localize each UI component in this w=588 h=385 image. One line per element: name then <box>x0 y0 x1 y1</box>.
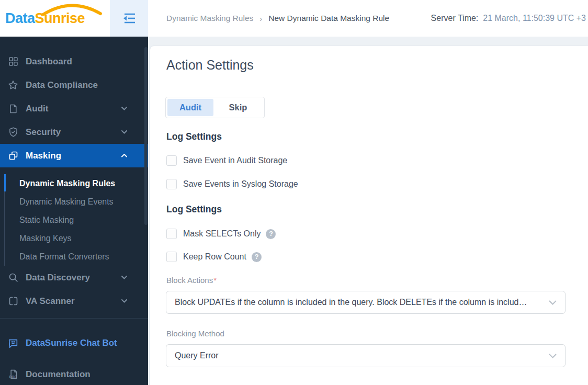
sidebar-item-label: DataSunrise Chat Bot <box>26 338 117 348</box>
subitem-label: Masking Keys <box>19 234 72 243</box>
sidebar-nav: Dashboard Data Compliance Audit Security <box>0 37 148 385</box>
collapse-sidebar-icon <box>121 12 138 25</box>
sidebar-item-label: Dashboard <box>26 56 72 67</box>
help-question-icon[interactable]: ? <box>266 229 276 239</box>
help-question-icon[interactable]: ? <box>252 252 262 262</box>
breadcrumb-parent-link[interactable]: Dynamic Masking Rules <box>166 14 253 23</box>
logo-text-sunrise: Sunrise <box>35 10 85 26</box>
document-icon <box>7 103 19 115</box>
sidebar-item-label: VA Scanner <box>26 296 75 307</box>
subitem-label: Dynamic Masking Rules <box>19 179 115 188</box>
sidebar-item-security[interactable]: Security <box>0 120 148 144</box>
toggle-option-skip[interactable]: Skip <box>213 99 263 116</box>
server-time-value: 21 March, 11:50:39 UTC +3 <box>483 14 586 23</box>
sidebar-divider <box>0 318 148 319</box>
sidebar-item-data-discovery[interactable]: Data Discovery <box>0 266 148 289</box>
checkbox-label: Mask SELECTs Only <box>183 229 261 239</box>
checkbox-label: Keep Row Count <box>183 252 246 262</box>
sidebar-item-label: Masking <box>26 151 61 161</box>
field-label-text: Blocking Method <box>166 329 224 338</box>
sidebar-scrollbar-thumb[interactable] <box>144 47 148 225</box>
checkbox-row-save-event-audit: Save Event in Audit Storage <box>166 155 287 166</box>
sidebar-collapse-button[interactable] <box>110 0 148 37</box>
server-time-label: Server Time: <box>431 14 479 23</box>
blocking-method-label: Blocking Method <box>166 329 224 338</box>
chevron-up-icon <box>121 154 127 157</box>
sidebar-item-audit[interactable]: Audit <box>0 97 148 120</box>
save-event-audit-checkbox[interactable] <box>166 155 177 166</box>
block-actions-selected-value: Block UPDATEs if the column is included … <box>175 298 527 307</box>
sidebar-item-label: Data Compliance <box>26 80 98 90</box>
sidebar-subitem-data-format-converters[interactable]: Data Format Converters <box>19 247 109 266</box>
sidebar-item-va-scanner[interactable]: VA Scanner <box>0 289 148 313</box>
masking-icon <box>7 150 19 162</box>
logo[interactable]: DataSunrise <box>0 0 110 37</box>
main-content-panel: Action Settings Audit Skip Log Settings … <box>150 46 588 385</box>
checkbox-row-keep-row-count: Keep Row Count ? <box>166 251 262 263</box>
checkbox-row-mask-selects-only: Mask SELECTs Only ? <box>166 228 276 240</box>
sidebar-item-masking[interactable]: Masking <box>0 144 148 167</box>
block-actions-dropdown[interactable]: Block UPDATEs if the column is included … <box>166 291 566 314</box>
action-toggle-group: Audit Skip <box>165 97 265 118</box>
chevron-down-icon <box>121 276 127 279</box>
blocking-method-dropdown[interactable]: Query Error <box>166 344 566 367</box>
field-label-text: Block Actions <box>166 276 213 285</box>
datasunrise-logo: DataSunrise <box>5 10 85 27</box>
blocking-method-selected-value: Query Error <box>175 351 219 360</box>
chevron-down-icon <box>549 300 557 305</box>
chevron-down-icon <box>121 107 127 110</box>
sidebar-item-label: Audit <box>26 104 48 114</box>
block-actions-label: Block Actions* <box>166 276 217 285</box>
sidebar-subitem-static-masking[interactable]: Static Masking <box>19 211 74 229</box>
server-time: Server Time: 21 March, 11:50:39 UTC +3 <box>431 0 586 37</box>
subitem-label: Dynamic Masking Events <box>19 197 114 207</box>
save-events-syslog-checkbox[interactable] <box>166 179 177 189</box>
svg-text:DOC: DOC <box>9 375 17 379</box>
log-settings-heading-1: Log Settings <box>166 131 222 142</box>
chat-bot-icon <box>7 337 19 349</box>
sidebar-item-data-compliance[interactable]: Data Compliance <box>0 73 148 97</box>
breadcrumb-separator-icon: › <box>259 14 262 23</box>
sidebar-item-label: Documentation <box>26 369 91 380</box>
sidebar-item-label: Security <box>26 127 61 138</box>
subitem-label: Data Format Converters <box>19 252 109 262</box>
breadcrumb-current-page: New Dynamic Data Masking Rule <box>268 14 389 23</box>
checkbox-label: Save Event in Audit Storage <box>183 156 287 165</box>
shield-check-icon <box>7 127 19 138</box>
sidebar-item-label: Data Discovery <box>26 273 90 283</box>
submenu-active-indicator <box>4 174 6 191</box>
keep-row-count-checkbox[interactable] <box>166 252 177 262</box>
mask-selects-only-checkbox[interactable] <box>166 229 177 239</box>
chevron-down-icon <box>121 299 127 303</box>
logo-text-data: Data <box>5 10 35 26</box>
breadcrumb: Dynamic Masking Rules › New Dynamic Data… <box>166 0 389 37</box>
page-title: Action Settings <box>166 58 254 73</box>
dashboard-grid-icon <box>7 56 19 67</box>
top-header-bar: Dynamic Masking Rules › New Dynamic Data… <box>148 0 588 37</box>
sidebar-item-chat-bot[interactable]: DataSunrise Chat Bot <box>0 331 148 355</box>
chevron-down-icon <box>121 130 127 134</box>
chevron-down-icon <box>549 354 557 359</box>
sidebar-item-documentation[interactable]: DOC Documentation <box>0 363 148 385</box>
sidebar-subitem-dynamic-masking-events[interactable]: Dynamic Masking Events <box>19 192 114 211</box>
star-icon <box>7 80 19 91</box>
toggle-option-audit[interactable]: Audit <box>167 99 213 116</box>
scanner-icon <box>7 296 19 307</box>
checkbox-label: Save Events in Syslog Storage <box>183 179 298 189</box>
checkbox-row-save-events-syslog: Save Events in Syslog Storage <box>166 178 298 190</box>
doc-file-icon: DOC <box>7 369 19 380</box>
sidebar-item-dashboard[interactable]: Dashboard <box>0 50 148 73</box>
log-settings-heading-2: Log Settings <box>166 204 222 215</box>
sidebar-subitem-masking-keys[interactable]: Masking Keys <box>19 229 72 247</box>
search-icon <box>7 272 19 284</box>
required-asterisk: * <box>213 276 217 285</box>
sidebar-subitem-dynamic-masking-rules[interactable]: Dynamic Masking Rules <box>19 174 115 192</box>
subitem-label: Static Masking <box>19 216 74 225</box>
